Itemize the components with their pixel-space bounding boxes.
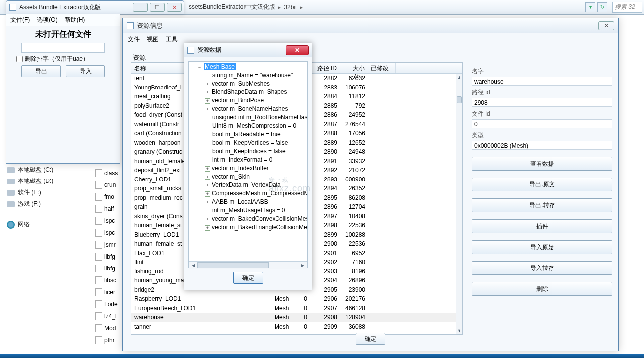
file-item[interactable]: pthr [95, 334, 125, 346]
tree-node[interactable]: +AABB m_LocalAABB [190, 198, 306, 206]
ok-button[interactable]: 确定 [233, 272, 263, 284]
tree-node[interactable]: bool m_KeepIndices = false [190, 147, 306, 156]
maximize-button[interactable]: ☐ [150, 3, 165, 12]
tree-node[interactable]: unsigned int m_RootBoneNameHash [190, 113, 306, 122]
scroll-left-icon[interactable]: ◂ [189, 262, 197, 268]
tree-node[interactable]: +vector m_BoneNameHashes [190, 105, 306, 113]
file-item[interactable]: ispc [95, 215, 125, 227]
tree-view[interactable]: −Mesh Base string m_Name = "warehouse"+v… [188, 61, 308, 268]
col-size[interactable]: 大小 (b... [340, 63, 368, 73]
expand-icon[interactable]: + [205, 175, 210, 180]
expand-icon[interactable]: + [205, 82, 210, 87]
action-button[interactable]: 导入转存 [472, 261, 612, 275]
action-button[interactable]: 导出.原文 [472, 178, 612, 191]
breadcrumb-segment[interactable]: ssetsBundleExtractor中文汉化版 [189, 3, 275, 11]
menu-options[interactable]: 选项(O) [37, 16, 57, 24]
ok-button[interactable]: 确定 [356, 333, 385, 345]
action-button[interactable]: 导入原始 [472, 240, 612, 254]
tree-node[interactable]: +vector m_IndexBuffer [190, 164, 306, 173]
close-button[interactable]: ✕ [598, 21, 614, 30]
breadcrumb-segment[interactable]: 32bit [284, 4, 297, 11]
action-button[interactable]: 导出.转存 [472, 198, 612, 212]
scroll-right-icon[interactable]: ▸ [299, 262, 307, 268]
scroll-up-icon[interactable]: ▲ [456, 74, 462, 81]
expand-icon[interactable]: + [205, 183, 210, 188]
tree-node[interactable]: +vector m_Skin [190, 173, 306, 181]
network-item[interactable]: 网络 [1, 219, 81, 230]
file-item[interactable]: libsc [95, 274, 125, 286]
action-button[interactable]: 删除 [472, 282, 612, 296]
menu-file[interactable]: 文件(F) [10, 16, 30, 24]
detail-pathid-value[interactable]: 2908 [472, 98, 612, 107]
tree-node[interactable]: string m_Name = "warehouse" [190, 71, 306, 80]
menu-help[interactable]: 帮助(H) [65, 16, 85, 24]
expand-icon[interactable]: + [205, 166, 210, 172]
detail-type-value[interactable]: 0x0000002B (Mesh) [472, 141, 612, 150]
tree-node[interactable]: bool m_IsReadable = true [190, 130, 306, 139]
file-item[interactable]: libfg [95, 251, 125, 263]
action-button[interactable]: 插件 [472, 219, 612, 233]
expand-icon[interactable]: + [205, 217, 210, 222]
table-row[interactable]: tannerMesh0290936088 [131, 322, 456, 332]
table-row[interactable]: warehouseMesh02908128904 [131, 313, 456, 322]
import-button[interactable]: 导入 [66, 65, 105, 77]
file-item[interactable]: Mod [95, 322, 125, 334]
expand-icon[interactable]: + [205, 90, 210, 95]
tree-node[interactable]: +vector m_BakedConvexCollisionMesh [190, 215, 306, 223]
tree-root[interactable]: Mesh Base [204, 63, 236, 70]
search-input[interactable]: 搜索 32 [612, 2, 642, 13]
minimize-button[interactable]: — [133, 3, 148, 12]
close-button[interactable]: ✕ [286, 45, 309, 55]
detail-name-value[interactable]: warehouse [472, 77, 612, 86]
tree-node[interactable]: +vector m_BindPose [190, 96, 306, 105]
collapse-icon[interactable]: − [197, 65, 202, 70]
col-pathid[interactable]: 路径 ID [310, 63, 340, 73]
export-button[interactable]: 导出 [21, 65, 61, 77]
detail-fileid-value[interactable]: 0 [472, 119, 612, 128]
col-modified[interactable]: 已修改 [368, 63, 396, 73]
scroll-thumb[interactable] [197, 262, 269, 268]
file-item[interactable]: licer [95, 286, 125, 298]
tree-node[interactable]: +vector m_SubMeshes [190, 80, 306, 88]
scroll-thumb[interactable] [457, 96, 462, 103]
tree-node[interactable]: bool m_KeepVertices = false [190, 139, 306, 147]
dropdown-button[interactable]: ▾ [585, 2, 595, 12]
table-row[interactable]: Raspberry_LOD1Mesh02906202176 [131, 294, 456, 304]
expand-icon[interactable]: + [205, 107, 210, 112]
drive-item[interactable]: 软件 (E:) [1, 187, 81, 198]
vertical-scrollbar[interactable]: ▲ ▼ [456, 74, 462, 334]
horizontal-scrollbar[interactable]: ◂ ▸ [189, 261, 307, 269]
remove-sort-checkbox[interactable] [16, 56, 23, 62]
tree-node[interactable]: +vector m_BakedTriangleCollisionMes [190, 223, 306, 232]
filter-input[interactable] [21, 43, 105, 53]
file-item[interactable]: half_ [95, 203, 125, 215]
menu-file[interactable]: 文件 [128, 35, 140, 44]
file-item[interactable]: jsmr [95, 239, 125, 251]
tree-node[interactable]: +VertexData m_VertexData [190, 181, 306, 189]
tree-node[interactable]: int m_MeshUsageFlags = 0 [190, 206, 306, 215]
table-row[interactable]: EuropeanBeech_LOD1Mesh02907466128 [131, 304, 456, 313]
close-button[interactable]: ✕ [167, 3, 182, 12]
file-item[interactable]: ispc [95, 227, 125, 239]
action-button[interactable]: 查看数据 [472, 157, 612, 171]
drive-item[interactable]: 本地磁盘 (C:) [1, 164, 81, 176]
menu-view[interactable]: 视图 [147, 35, 159, 44]
expand-icon[interactable]: + [205, 98, 210, 104]
file-item[interactable]: class [95, 167, 125, 179]
tree-node[interactable]: int m_IndexFormat = 0 [190, 156, 306, 164]
drive-item[interactable]: 本地磁盘 (D:) [1, 176, 81, 187]
expand-icon[interactable]: + [205, 191, 210, 197]
file-item[interactable]: fmo [95, 191, 125, 203]
drive-item[interactable]: 游戏 (F:) [1, 198, 81, 210]
file-item[interactable]: crun [95, 179, 125, 191]
scroll-down-icon[interactable]: ▼ [456, 327, 462, 334]
tree-node[interactable]: +CompressedMesh m_CompressedMe [190, 189, 306, 198]
file-item[interactable]: libfg [95, 263, 125, 274]
file-item[interactable]: Lode [95, 298, 125, 310]
menu-tools[interactable]: 工具 [166, 35, 178, 44]
file-item[interactable]: lz4_l [95, 310, 125, 322]
expand-icon[interactable]: + [205, 200, 210, 205]
expand-icon[interactable]: + [205, 225, 210, 231]
tree-node[interactable]: +BlendShapeData m_Shapes [190, 88, 306, 96]
tree-node[interactable]: UInt8 m_MeshCompression = 0 [190, 122, 306, 130]
